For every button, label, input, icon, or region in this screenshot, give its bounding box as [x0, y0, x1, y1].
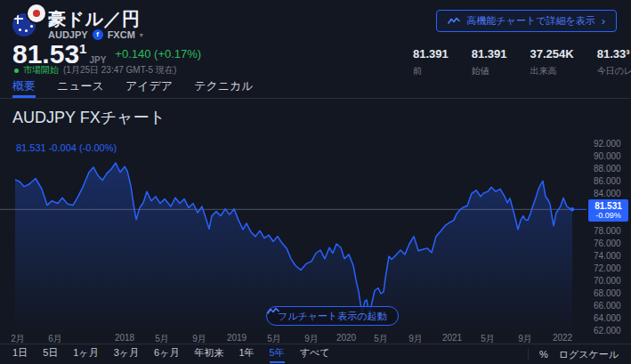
range-5y-button[interactable]: 5年 [270, 346, 285, 363]
date-range-buttons: 1日 5日 1ヶ月 3ヶ月 6ヶ月 年初来 1年 5年 すべて [12, 346, 329, 363]
toolbar-divider [528, 349, 529, 360]
chevron-right-icon: › [602, 15, 605, 27]
chart-section-title: AUDJPY FXチャート [12, 107, 166, 128]
market-status-row: 市場開始 (1月25日 23:47 GMT-5 現在) [14, 64, 176, 77]
y-axis-tick: 86.000 [594, 176, 621, 186]
x-axis-tick: 2018 [115, 333, 134, 343]
y-axis-tick: 62.000 [594, 326, 621, 336]
tab-news[interactable]: ニュース [57, 78, 104, 98]
y-axis-tick: 70.000 [594, 276, 621, 286]
y-axis-tick: 84.000 [594, 189, 621, 198]
percent-scale-button[interactable]: % [539, 349, 548, 360]
y-axis-tick: 88.000 [594, 164, 621, 174]
y-axis-tick: 78.000 [594, 226, 621, 236]
tab-overview[interactable]: 概要 [12, 78, 36, 98]
scale-controls: % ログスケール [528, 348, 619, 361]
range-1y-button[interactable]: 1年 [239, 346, 254, 363]
x-axis-tick: 2020 [336, 333, 356, 343]
stat-volume: 37.254K 出来高 [530, 47, 574, 77]
symbol-overview-page: 豪ドル／円 AUDJPY f FXCM ▾ 高機能チャートで詳細を表示 › 81… [0, 0, 631, 364]
y-axis-tick: 68.000 [594, 288, 621, 298]
stat-value: 81.391 [413, 47, 449, 61]
stat-prev-close: 81.391 前 [413, 47, 449, 77]
chart-legend: 81.531 -0.004 (-0.00%) [16, 142, 117, 153]
price-axis-label: 81.531 -0.09% [588, 199, 628, 222]
range-all-button[interactable]: すべて [300, 346, 330, 363]
section-tabs: 概要 ニュース アイデア テクニカル [0, 78, 631, 99]
last-price-fraction: 1 [79, 41, 86, 56]
chart-line-icon [448, 17, 460, 25]
stat-label: 出来高 [530, 65, 574, 77]
x-axis-tick: 2019 [227, 333, 247, 343]
stat-label: 前 [413, 65, 449, 77]
symbol-flags [12, 4, 48, 40]
y-axis-tick: 74.000 [594, 251, 621, 261]
stat-label: 始値 [472, 65, 507, 77]
y-axis-tick: 64.000 [594, 313, 621, 323]
market-status: 市場開始 [23, 64, 59, 77]
stat-value: 81.33³ — 81.60³ [597, 47, 631, 61]
page-title: 豪ドル／円 [48, 7, 140, 31]
range-1m-button[interactable]: 1ヶ月 [73, 346, 98, 363]
stat-value: 81.391 [472, 47, 507, 61]
price-axis-label-change: -0.09% [588, 211, 628, 220]
advanced-chart-button[interactable]: 高機能チャートで詳細を表示 › [436, 10, 617, 32]
log-scale-button[interactable]: ログスケール [559, 348, 619, 361]
tab-ideas[interactable]: アイデア [125, 78, 173, 98]
y-axis-tick: 66.000 [594, 301, 621, 311]
stat-value: 37.254K [530, 47, 574, 61]
range-5d-button[interactable]: 5日 [43, 346, 58, 363]
y-axis-tick: 92.000 [594, 139, 621, 149]
range-6m-button[interactable]: 6ヶ月 [154, 346, 179, 363]
price-axis-label-value: 81.531 [588, 201, 628, 211]
key-stats: 81.391 前 81.391 始値 37.254K 出来高 81.33³ — … [413, 47, 631, 77]
range-3m-button[interactable]: 3ヶ月 [114, 346, 139, 363]
x-axis-tick: 2021 [442, 333, 462, 343]
range-ytd-button[interactable]: 年初来 [194, 346, 223, 363]
y-axis-tick: 76.000 [594, 239, 621, 248]
stat-open: 81.391 始値 [472, 47, 507, 77]
chevron-down-icon: ▾ [140, 31, 143, 39]
x-axis-tick: 2022 [553, 333, 572, 343]
advanced-chart-button-label: 高機能チャートで詳細を表示 [466, 14, 595, 28]
tab-technicals[interactable]: テクニカル [194, 78, 254, 98]
chart-toolbar: 1日 5日 1ヶ月 3ヶ月 6ヶ月 年初来 1年 5年 すべて % ログスケール [0, 344, 631, 364]
stat-day-range: 81.33³ — 81.60³ 今日のレンジ [597, 47, 631, 77]
y-axis-tick: 72.000 [594, 263, 621, 273]
range-1d-button[interactable]: 1日 [12, 346, 28, 363]
chart-area: 81.531 -0.004 (-0.00%) 81.531 -0.09% フルチ… [0, 133, 631, 344]
launch-full-chart-button[interactable]: フルチャート表示の起動 [266, 306, 399, 326]
market-open-dot-icon [14, 69, 19, 73]
y-axis-tick: 90.000 [594, 151, 621, 161]
launch-full-chart-label: フルチャート表示の起動 [278, 310, 387, 323]
price-change: +0.140 (+0.17%) [115, 47, 201, 61]
market-status-time: (1月25日 23:47 GMT-5 現在) [63, 64, 176, 77]
chart-line-icon [267, 307, 279, 315]
stat-label: 今日のレンジ [597, 65, 631, 77]
japan-flag-icon [28, 4, 45, 22]
